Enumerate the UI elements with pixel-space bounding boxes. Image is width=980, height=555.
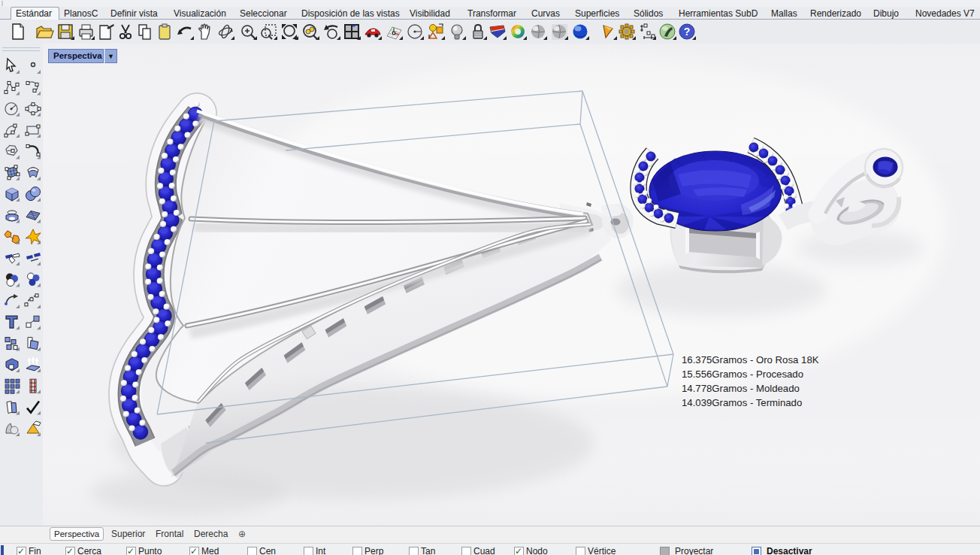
svg-text:?: ? — [684, 26, 691, 38]
svg-text:15.556Gramos - Procesado: 15.556Gramos - Procesado — [682, 368, 803, 380]
svg-text:16.375Gramos - Oro Rosa 18K: 16.375Gramos - Oro Rosa 18K — [682, 354, 819, 365]
svg-text:14.039Gramos - Terminado: 14.039Gramos - Terminado — [682, 397, 802, 408]
svg-text:14.778Gramos - Moldeado: 14.778Gramos - Moldeado — [682, 383, 800, 394]
